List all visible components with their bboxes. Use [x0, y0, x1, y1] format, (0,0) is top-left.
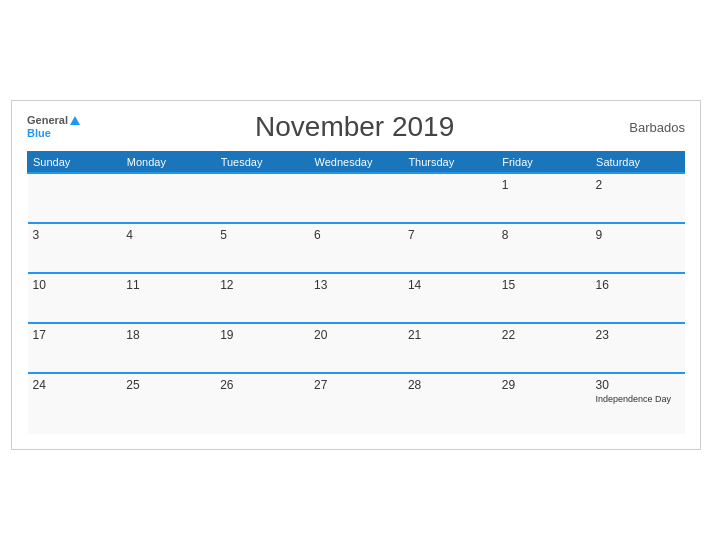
day-header-monday: Monday — [121, 152, 215, 174]
calendar-cell: 20 — [309, 323, 403, 373]
logo-general-text: General — [27, 114, 68, 127]
day-header-wednesday: Wednesday — [309, 152, 403, 174]
day-number: 5 — [220, 228, 227, 242]
day-number: 9 — [596, 228, 603, 242]
calendar-header: General Blue November 2019 Barbados — [27, 111, 685, 143]
day-header-friday: Friday — [497, 152, 591, 174]
calendar-cell: 5 — [215, 223, 309, 273]
calendar-cell: 12 — [215, 273, 309, 323]
logo-triangle-icon — [70, 116, 80, 125]
day-number: 20 — [314, 328, 327, 342]
calendar-cell: 6 — [309, 223, 403, 273]
day-header-saturday: Saturday — [591, 152, 685, 174]
calendar-cell: 14 — [403, 273, 497, 323]
day-number: 23 — [596, 328, 609, 342]
country-label: Barbados — [629, 120, 685, 135]
calendar-cell: 26 — [215, 373, 309, 434]
day-header-thursday: Thursday — [403, 152, 497, 174]
calendar-cell: 15 — [497, 273, 591, 323]
calendar-week-5: 24252627282930Independence Day — [28, 373, 685, 434]
day-number: 11 — [126, 278, 139, 292]
calendar-week-2: 3456789 — [28, 223, 685, 273]
calendar-cell — [215, 173, 309, 223]
calendar-cell: 16 — [591, 273, 685, 323]
calendar-cell: 24 — [28, 373, 122, 434]
calendar-cell: 18 — [121, 323, 215, 373]
calendar-cell: 21 — [403, 323, 497, 373]
day-number: 17 — [33, 328, 46, 342]
calendar-cell: 23 — [591, 323, 685, 373]
day-number: 19 — [220, 328, 233, 342]
calendar-cell: 13 — [309, 273, 403, 323]
day-header-tuesday: Tuesday — [215, 152, 309, 174]
calendar-cell: 11 — [121, 273, 215, 323]
calendar-week-4: 17181920212223 — [28, 323, 685, 373]
calendar-cell: 10 — [28, 273, 122, 323]
calendar-cell — [309, 173, 403, 223]
day-number: 26 — [220, 378, 233, 392]
calendar-header-row: SundayMondayTuesdayWednesdayThursdayFrid… — [28, 152, 685, 174]
day-number: 2 — [596, 178, 603, 192]
day-number: 28 — [408, 378, 421, 392]
day-number: 14 — [408, 278, 421, 292]
calendar-cell: 9 — [591, 223, 685, 273]
calendar-cell: 30Independence Day — [591, 373, 685, 434]
day-number: 12 — [220, 278, 233, 292]
day-number: 22 — [502, 328, 515, 342]
calendar-cell: 22 — [497, 323, 591, 373]
day-number: 25 — [126, 378, 139, 392]
calendar-cell: 3 — [28, 223, 122, 273]
day-number: 15 — [502, 278, 515, 292]
day-number: 4 — [126, 228, 133, 242]
day-number: 3 — [33, 228, 40, 242]
calendar-cell: 1 — [497, 173, 591, 223]
calendar-cell: 7 — [403, 223, 497, 273]
day-number: 30 — [596, 378, 609, 392]
day-number: 18 — [126, 328, 139, 342]
day-number: 16 — [596, 278, 609, 292]
calendar-week-1: 12 — [28, 173, 685, 223]
calendar-cell: 28 — [403, 373, 497, 434]
day-number: 24 — [33, 378, 46, 392]
day-number: 21 — [408, 328, 421, 342]
day-number: 1 — [502, 178, 509, 192]
calendar-cell — [28, 173, 122, 223]
calendar-cell: 29 — [497, 373, 591, 434]
calendar-cell: 2 — [591, 173, 685, 223]
calendar-container: General Blue November 2019 Barbados Sund… — [11, 100, 701, 450]
day-number: 7 — [408, 228, 415, 242]
calendar-cell — [121, 173, 215, 223]
day-number: 10 — [33, 278, 46, 292]
calendar-cell: 19 — [215, 323, 309, 373]
calendar-title: November 2019 — [255, 111, 454, 143]
calendar-cell: 8 — [497, 223, 591, 273]
day-number: 27 — [314, 378, 327, 392]
calendar-cell: 25 — [121, 373, 215, 434]
day-number: 6 — [314, 228, 321, 242]
day-number: 8 — [502, 228, 509, 242]
day-header-sunday: Sunday — [28, 152, 122, 174]
calendar-cell: 27 — [309, 373, 403, 434]
calendar-cell: 4 — [121, 223, 215, 273]
calendar-grid: SundayMondayTuesdayWednesdayThursdayFrid… — [27, 151, 685, 434]
calendar-cell — [403, 173, 497, 223]
logo-blue-text: Blue — [27, 127, 51, 140]
logo: General Blue — [27, 114, 80, 140]
calendar-week-3: 10111213141516 — [28, 273, 685, 323]
day-number: 13 — [314, 278, 327, 292]
event-label: Independence Day — [596, 394, 680, 404]
calendar-cell: 17 — [28, 323, 122, 373]
day-number: 29 — [502, 378, 515, 392]
